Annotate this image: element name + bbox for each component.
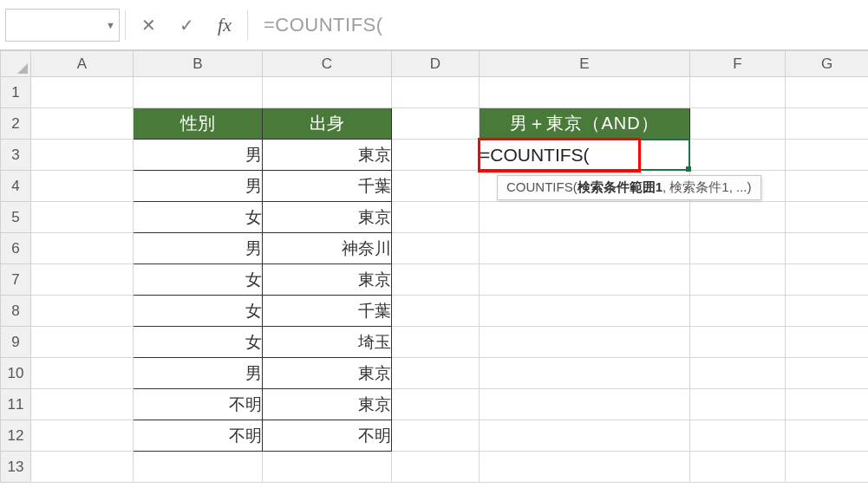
cell-D10[interactable]: [392, 358, 480, 389]
cell-E6[interactable]: [480, 233, 690, 264]
cell-F10[interactable]: [690, 358, 786, 389]
cell-C5[interactable]: 東京: [263, 202, 392, 233]
cell-E5[interactable]: [480, 202, 690, 233]
row-header-13[interactable]: 13: [1, 452, 31, 483]
cell-G3[interactable]: [786, 140, 869, 171]
row-header-3[interactable]: 3: [1, 140, 31, 171]
cell-D11[interactable]: [392, 389, 480, 420]
cell-G12[interactable]: [786, 420, 869, 452]
cell-A2[interactable]: [31, 108, 134, 140]
cell-B3[interactable]: 男: [134, 140, 263, 171]
cancel-formula-button[interactable]: ✕: [131, 9, 166, 42]
cell-E3-editing[interactable]: =COUNTIFS( COUNTIFS(検索条件範囲1, 検索条件1, ...): [480, 140, 690, 171]
select-all-corner[interactable]: [1, 51, 31, 77]
cell-E11[interactable]: [480, 389, 690, 420]
cell-D1[interactable]: [392, 77, 480, 108]
cell-F6[interactable]: [690, 233, 786, 264]
row-header-4[interactable]: 4: [1, 171, 31, 202]
cell-A6[interactable]: [31, 233, 134, 264]
col-header-B[interactable]: B: [134, 51, 263, 77]
cell-F9[interactable]: [690, 327, 786, 358]
cell-E12[interactable]: [480, 420, 690, 452]
cell-G13[interactable]: [786, 452, 869, 483]
row-header-11[interactable]: 11: [1, 389, 31, 420]
cell-A3[interactable]: [31, 140, 134, 171]
row-header-8[interactable]: 8: [1, 296, 31, 327]
cell-F1[interactable]: [690, 77, 786, 108]
cell-D6[interactable]: [392, 233, 480, 264]
cell-A7[interactable]: [31, 264, 134, 296]
enter-formula-button[interactable]: ✓: [169, 9, 204, 42]
cell-B11[interactable]: 不明: [134, 389, 263, 420]
cell-A8[interactable]: [31, 296, 134, 327]
name-box[interactable]: ▼: [5, 9, 120, 42]
cell-D8[interactable]: [392, 296, 480, 327]
cell-B13[interactable]: [134, 452, 263, 483]
cell-C4[interactable]: 千葉: [263, 171, 392, 202]
cell-G4[interactable]: [786, 171, 869, 202]
cell-G8[interactable]: [786, 296, 869, 327]
name-box-dropdown-icon[interactable]: ▼: [106, 20, 115, 30]
cell-D7[interactable]: [392, 264, 480, 296]
header-gender[interactable]: 性別: [134, 108, 263, 140]
cell-A9[interactable]: [31, 327, 134, 358]
col-header-F[interactable]: F: [690, 51, 786, 77]
cell-G1[interactable]: [786, 77, 869, 108]
cell-D4[interactable]: [392, 171, 480, 202]
formula-input[interactable]: =COUNTIFS(: [253, 9, 868, 42]
row-header-7[interactable]: 7: [1, 264, 31, 296]
cell-A1[interactable]: [31, 77, 134, 108]
col-header-C[interactable]: C: [263, 51, 392, 77]
row-header-2[interactable]: 2: [1, 108, 31, 140]
cell-G11[interactable]: [786, 389, 869, 420]
cell-B10[interactable]: 男: [134, 358, 263, 389]
cell-C10[interactable]: 東京: [263, 358, 392, 389]
cell-F7[interactable]: [690, 264, 786, 296]
col-header-G[interactable]: G: [786, 51, 869, 77]
cell-A5[interactable]: [31, 202, 134, 233]
row-header-12[interactable]: 12: [1, 420, 31, 452]
cell-C13[interactable]: [263, 452, 392, 483]
cell-C11[interactable]: 東京: [263, 389, 392, 420]
header-origin[interactable]: 出身: [263, 108, 392, 140]
row-header-1[interactable]: 1: [1, 77, 31, 108]
cell-C1[interactable]: [263, 77, 392, 108]
cell-A13[interactable]: [31, 452, 134, 483]
cell-F8[interactable]: [690, 296, 786, 327]
cell-B4[interactable]: 男: [134, 171, 263, 202]
cell-C6[interactable]: 神奈川: [263, 233, 392, 264]
cell-D3[interactable]: [392, 140, 480, 171]
col-header-D[interactable]: D: [392, 51, 480, 77]
cell-C3[interactable]: 東京: [263, 140, 392, 171]
header-and-result[interactable]: 男＋東京（AND）: [480, 108, 690, 140]
cell-B1[interactable]: [134, 77, 263, 108]
cell-G9[interactable]: [786, 327, 869, 358]
cell-D2[interactable]: [392, 108, 480, 140]
cell-D12[interactable]: [392, 420, 480, 452]
cell-F3[interactable]: [690, 140, 786, 171]
row-header-9[interactable]: 9: [1, 327, 31, 358]
cell-B8[interactable]: 女: [134, 296, 263, 327]
cell-F12[interactable]: [690, 420, 786, 452]
cell-B6[interactable]: 男: [134, 233, 263, 264]
cell-C12[interactable]: 不明: [263, 420, 392, 452]
cell-B9[interactable]: 女: [134, 327, 263, 358]
cell-G7[interactable]: [786, 264, 869, 296]
cell-D9[interactable]: [392, 327, 480, 358]
cell-G5[interactable]: [786, 202, 869, 233]
insert-function-button[interactable]: fx: [207, 9, 242, 42]
cell-A10[interactable]: [31, 358, 134, 389]
cell-F11[interactable]: [690, 389, 786, 420]
cell-B5[interactable]: 女: [134, 202, 263, 233]
cell-B7[interactable]: 女: [134, 264, 263, 296]
cell-F13[interactable]: [690, 452, 786, 483]
cell-G6[interactable]: [786, 233, 869, 264]
row-header-10[interactable]: 10: [1, 358, 31, 389]
col-header-A[interactable]: A: [31, 51, 134, 77]
col-header-E[interactable]: E: [480, 51, 690, 77]
cell-E1[interactable]: [480, 77, 690, 108]
cell-A12[interactable]: [31, 420, 134, 452]
cell-E7[interactable]: [480, 264, 690, 296]
cell-G10[interactable]: [786, 358, 869, 389]
cell-C9[interactable]: 埼玉: [263, 327, 392, 358]
